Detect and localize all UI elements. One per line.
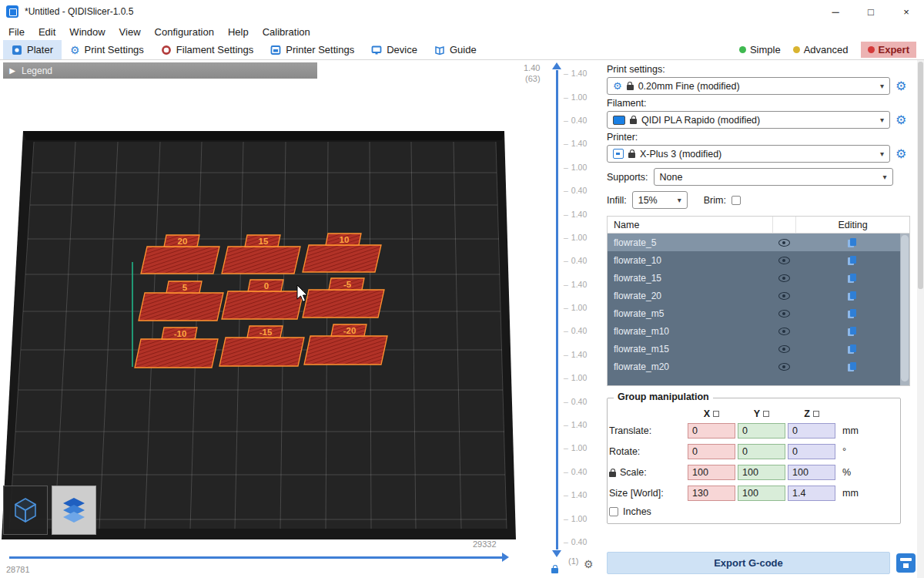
sidebar-scrollbar[interactable] (917, 60, 924, 578)
visibility-eye-icon[interactable] (778, 328, 790, 335)
tab-guide[interactable]: Guide (426, 40, 485, 59)
tab-filament-settings[interactable]: Filament Settings (152, 40, 262, 59)
list-item-flowrate_m10[interactable]: flowrate_m10 (608, 322, 909, 340)
axis-frame-icon (713, 411, 719, 417)
hslider-min-value: 28781 (6, 565, 30, 574)
menu-view[interactable]: View (112, 23, 148, 40)
layer-slider-top-handle[interactable] (552, 62, 561, 69)
layer-gear-icon[interactable]: ⚙ (584, 558, 594, 570)
layer-lock-icon[interactable] (551, 568, 558, 573)
3d-view-button[interactable] (3, 486, 48, 535)
menu-file[interactable]: File (2, 23, 32, 40)
tab-printer-settings[interactable]: Printer Settings (262, 40, 363, 59)
visibility-eye-icon[interactable] (778, 239, 790, 247)
translate-x-field[interactable]: 0 (688, 423, 735, 439)
tab-print-settings[interactable]: ⚙ Print Settings (62, 40, 152, 59)
scale-y-field[interactable]: 100 (738, 465, 785, 480)
edit-icon[interactable] (848, 362, 857, 371)
translate-y-field[interactable]: 0 (738, 423, 785, 439)
viewport-3d[interactable]: 20 15 10 5 (0, 60, 517, 578)
tab-label: Printer Settings (286, 44, 354, 55)
expert-dot-icon (868, 46, 875, 53)
mode-expert[interactable]: Expert (861, 42, 916, 58)
list-item-flowrate_5[interactable]: flowrate_5 (608, 234, 909, 251)
simple-dot-icon (739, 46, 746, 53)
maximize-button[interactable]: □ (853, 0, 889, 23)
hslider-max-value: 29332 (473, 539, 497, 549)
gear-icon: ⚙ (70, 45, 80, 55)
menu-configuration[interactable]: Configuration (148, 23, 221, 40)
filament-label: Filament: (607, 98, 917, 109)
layers-view-button[interactable] (52, 486, 96, 535)
visibility-eye-icon[interactable] (778, 257, 790, 264)
legend-bar[interactable]: ▶ Legend (3, 62, 317, 79)
mode-simple[interactable]: Simple (739, 44, 781, 55)
tab-plater[interactable]: Plater (3, 40, 62, 59)
scrollbar-thumb[interactable] (918, 62, 923, 289)
visibility-eye-icon[interactable] (778, 292, 790, 300)
edit-icon[interactable] (848, 344, 857, 354)
visibility-eye-icon[interactable] (778, 345, 790, 353)
menu-calibration[interactable]: Calibration (256, 23, 317, 40)
infill-combo[interactable]: 15% ▾ (632, 191, 688, 209)
supports-combo[interactable]: None ▾ (654, 168, 893, 186)
printer-combo[interactable]: X-Plus 3 (modified) ▾ (607, 145, 890, 163)
export-gcode-button[interactable]: Export G-code (607, 552, 890, 574)
gear-icon: ⚙ (613, 81, 622, 91)
layer-slider-bottom-handle[interactable] (552, 550, 561, 557)
uniform-scale-lock-icon[interactable] (609, 472, 616, 477)
close-button[interactable]: × (889, 0, 924, 23)
horizontal-slider[interactable] (9, 556, 502, 559)
mode-advanced[interactable]: Advanced (793, 44, 849, 55)
cube-icon (11, 496, 40, 525)
size-y-field[interactable]: 100 (738, 486, 785, 501)
list-item-flowrate_m20[interactable]: flowrate_m20 (608, 358, 909, 375)
tab-device[interactable]: Device (363, 40, 426, 59)
print-settings-gear-button[interactable]: ⚙ (896, 80, 906, 92)
print-settings-value: 0.20mm Fine (modified) (638, 81, 740, 92)
minimize-button[interactable]: ─ (818, 0, 853, 23)
rotate-x-field[interactable]: 0 (688, 444, 735, 459)
scrollbar-thumb[interactable] (901, 235, 909, 381)
menu-help[interactable]: Help (221, 23, 256, 40)
rotate-y-field[interactable]: 0 (738, 444, 785, 459)
brim-checkbox[interactable] (732, 196, 741, 205)
send-to-printer-icon[interactable] (896, 553, 916, 573)
edit-icon[interactable] (848, 238, 857, 247)
print-settings-combo[interactable]: ⚙ 0.20mm Fine (modified) ▾ (607, 77, 890, 95)
layer-tick-label: 1.00 (564, 366, 587, 389)
layer-tick-label: 1.00 (564, 156, 587, 179)
edit-icon[interactable] (848, 274, 857, 283)
list-item-flowrate_20[interactable]: flowrate_20 (608, 287, 909, 304)
translate-z-field[interactable]: 0 (788, 423, 835, 439)
list-item-flowrate_15[interactable]: flowrate_15 (608, 269, 909, 287)
rotate-z-field[interactable]: 0 (788, 444, 835, 459)
axis-frame-icon (763, 411, 769, 417)
list-item-flowrate_m15[interactable]: flowrate_m15 (608, 340, 909, 358)
printer-gear-button[interactable]: ⚙ (896, 148, 906, 160)
visibility-eye-icon[interactable] (778, 310, 790, 318)
edit-icon[interactable] (848, 291, 857, 301)
menu-window[interactable]: Window (62, 23, 112, 40)
object-list-scrollbar[interactable] (900, 234, 909, 385)
inches-checkbox[interactable] (609, 507, 618, 516)
edit-icon[interactable] (848, 327, 857, 336)
edit-icon[interactable] (848, 309, 857, 318)
size-x-field[interactable]: 130 (688, 486, 735, 501)
printer-value: X-Plus 3 (modified) (640, 149, 721, 160)
visibility-eye-icon[interactable] (778, 363, 790, 371)
edit-icon[interactable] (848, 256, 857, 265)
menu-edit[interactable]: Edit (32, 23, 62, 40)
visibility-eye-icon[interactable] (778, 274, 790, 282)
list-item-flowrate_m5[interactable]: flowrate_m5 (608, 304, 909, 322)
size-z-field[interactable]: 1.4 (788, 486, 835, 501)
mode-label: Advanced (804, 44, 849, 55)
list-item-flowrate_10[interactable]: flowrate_10 (608, 251, 909, 269)
scale-x-field[interactable]: 100 (688, 465, 735, 480)
scale-z-field[interactable]: 100 (788, 465, 835, 480)
monitor-icon (371, 45, 382, 55)
filament-combo[interactable]: QIDI PLA Rapido (modified) ▾ (607, 111, 890, 129)
layer-tick-label: 1.40 (564, 273, 587, 296)
layer-slider-track[interactable] (556, 70, 558, 549)
filament-gear-button[interactable]: ⚙ (896, 114, 906, 126)
